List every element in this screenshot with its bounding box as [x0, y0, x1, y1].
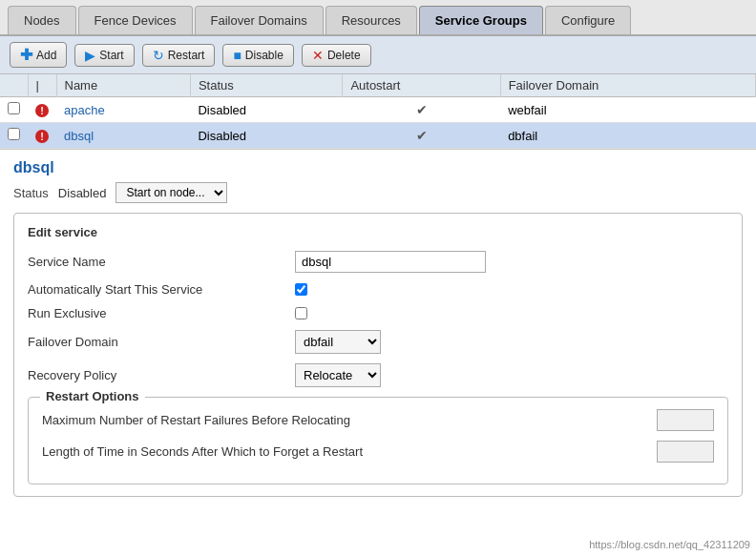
- row-failover-domain-cell: webfail: [500, 97, 755, 123]
- service-name-link[interactable]: apache: [64, 103, 105, 117]
- detail-title: dbsql: [13, 159, 743, 176]
- col-checkbox: [0, 74, 28, 97]
- service-name-label: Service Name: [28, 255, 295, 269]
- tab-service-groups[interactable]: Service Groups: [419, 6, 543, 34]
- restart-section-title: Restart Options: [40, 389, 145, 403]
- service-name-input[interactable]: [295, 251, 486, 273]
- delete-button[interactable]: ✕ Delete: [302, 44, 371, 67]
- forget-restart-input[interactable]: [657, 441, 714, 463]
- auto-start-checkbox[interactable]: [295, 283, 307, 296]
- restart-section: Restart Options Maximum Number of Restar…: [28, 397, 728, 484]
- status-label: Status: [13, 186, 49, 200]
- run-exclusive-row: Run Exclusive: [28, 306, 728, 320]
- add-button[interactable]: ✚ Add: [10, 42, 67, 68]
- tab-failover-domains[interactable]: Failover Domains: [195, 6, 324, 34]
- failover-domain-label: Failover Domain: [28, 335, 295, 349]
- row-checkbox[interactable]: [8, 102, 20, 114]
- col-failover-domain: Failover Domain: [500, 74, 755, 97]
- edit-section-title: Edit service: [28, 225, 728, 239]
- row-checkbox-cell: [0, 97, 28, 123]
- forget-restart-label: Length of Time in Seconds After Which to…: [42, 444, 657, 459]
- row-name-cell: dbsql: [56, 123, 190, 149]
- tab-fence-devices[interactable]: Fence Devices: [78, 6, 193, 34]
- max-restart-label: Maximum Number of Restart Failures Befor…: [42, 413, 657, 427]
- edit-section: Edit service Service Name Automatically …: [13, 213, 743, 497]
- add-label: Add: [36, 49, 56, 62]
- auto-start-row: Automatically Start This Service: [28, 282, 728, 297]
- failover-domain-row: Failover Domain dbfail webfail None: [28, 330, 728, 354]
- tab-resources[interactable]: Resources: [326, 6, 417, 34]
- row-checkbox[interactable]: [8, 128, 20, 140]
- row-failover-domain-cell: dbfail: [500, 123, 755, 149]
- tab-configure[interactable]: Configure: [545, 6, 631, 34]
- start-icon: ▶: [85, 48, 95, 63]
- disable-label: Disable: [245, 49, 284, 62]
- restart-button[interactable]: ↻ Restart: [142, 44, 216, 67]
- row-error-cell: !: [28, 97, 56, 123]
- table-row[interactable]: !dbsqlDisabled✔dbfail: [0, 123, 756, 149]
- service-name-link[interactable]: dbsql: [64, 129, 94, 143]
- disable-icon: ■: [233, 48, 241, 63]
- col-error: |: [28, 74, 56, 97]
- status-value: Disabled: [58, 186, 107, 200]
- error-icon: !: [35, 130, 49, 143]
- error-icon: !: [35, 104, 49, 117]
- col-status: Status: [190, 74, 342, 97]
- max-restart-row: Maximum Number of Restart Failures Befor…: [42, 409, 714, 431]
- tab-bar: Nodes Fence Devices Failover Domains Res…: [0, 0, 756, 36]
- row-status-cell: Disabled: [190, 97, 342, 123]
- forget-restart-row: Length of Time in Seconds After Which to…: [42, 441, 714, 463]
- col-autostart: Autostart: [343, 74, 500, 97]
- row-autostart-cell: ✔: [343, 97, 500, 123]
- toolbar: ✚ Add ▶ Start ↻ Restart ■ Disable ✕ Dele…: [0, 36, 756, 74]
- delete-icon: ✕: [312, 48, 324, 63]
- failover-domain-select[interactable]: dbfail webfail None: [295, 330, 381, 354]
- run-exclusive-label: Run Exclusive: [28, 306, 295, 320]
- start-on-node-dropdown[interactable]: Start on node...: [116, 182, 227, 203]
- detail-status-row: Status Disabled Start on node...: [13, 182, 743, 203]
- row-status-cell: Disabled: [190, 123, 342, 149]
- recovery-policy-label: Recovery Policy: [28, 368, 295, 382]
- recovery-policy-row: Recovery Policy Relocate Restart Disable: [28, 363, 728, 387]
- service-table: | Name Status Autostart Failover Domain …: [0, 74, 756, 149]
- detail-panel: dbsql Status Disabled Start on node... E…: [0, 149, 756, 516]
- row-checkbox-cell: [0, 123, 28, 149]
- recovery-policy-select[interactable]: Relocate Restart Disable: [295, 363, 381, 387]
- start-button[interactable]: ▶ Start: [74, 44, 134, 67]
- delete-label: Delete: [327, 49, 361, 62]
- disable-button[interactable]: ■ Disable: [222, 44, 294, 67]
- table-header-row: | Name Status Autostart Failover Domain: [0, 74, 756, 97]
- service-name-row: Service Name: [28, 251, 728, 273]
- table-row[interactable]: !apacheDisabled✔webfail: [0, 97, 756, 123]
- tab-nodes[interactable]: Nodes: [8, 6, 76, 34]
- add-icon: ✚: [20, 46, 32, 64]
- max-restart-input[interactable]: [657, 409, 714, 431]
- col-name: Name: [56, 74, 190, 97]
- row-name-cell: apache: [56, 97, 190, 123]
- restart-icon: ↻: [153, 48, 164, 63]
- restart-label: Restart: [168, 49, 205, 62]
- row-error-cell: !: [28, 123, 56, 149]
- run-exclusive-checkbox[interactable]: [295, 307, 307, 319]
- row-autostart-cell: ✔: [343, 123, 500, 149]
- watermark: https://blog.csdn.net/qq_42311209: [589, 539, 750, 550]
- start-label: Start: [99, 49, 123, 62]
- auto-start-label: Automatically Start This Service: [28, 282, 295, 297]
